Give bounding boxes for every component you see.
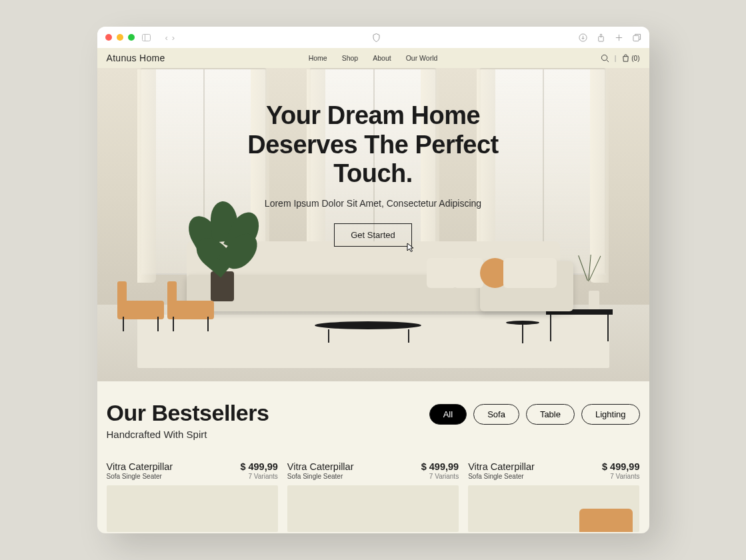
product-name: Vitra Caterpillar: [107, 461, 173, 472]
filter-table[interactable]: Table: [526, 404, 575, 425]
bestsellers-subtitle: Handcrafted With Spirt: [107, 429, 269, 440]
nav-our-world[interactable]: Our World: [406, 54, 438, 62]
nav-home[interactable]: Home: [309, 54, 327, 62]
site-header: Atunus Home Home Shop About Our World | …: [97, 48, 649, 68]
svg-point-5: [601, 55, 607, 60]
hero-subtitle: Lorem Ipsum Dolor Sit Amet, Consectetur …: [97, 198, 649, 209]
header-actions: | (0): [601, 54, 640, 63]
tabs-icon[interactable]: [633, 33, 641, 42]
minimize-window-button[interactable]: [117, 34, 123, 41]
forward-button[interactable]: ›: [172, 33, 175, 43]
product-price: $ 499,99: [602, 461, 639, 472]
nav-shop[interactable]: Shop: [342, 54, 359, 62]
close-window-button[interactable]: [105, 34, 112, 41]
product-image: [468, 485, 639, 532]
product-category: Sofa Single Seater: [107, 473, 173, 480]
filter-all[interactable]: All: [429, 404, 467, 425]
browser-titlebar: ‹ ›: [97, 27, 649, 48]
bag-icon: [621, 54, 630, 63]
hero-content: Your Dream Home Deserves The Perfect Tou…: [97, 101, 649, 247]
separator: |: [615, 55, 617, 62]
product-variants: 7 Variants: [421, 473, 459, 480]
browser-window: ‹ › Atunus Home Home Shop About Our Worl…: [97, 27, 649, 533]
product-variants: 7 Variants: [240, 473, 277, 480]
get-started-button[interactable]: Get Started: [334, 223, 411, 247]
download-icon[interactable]: [579, 33, 587, 42]
cart-count: (0): [631, 55, 639, 62]
svg-line-6: [606, 59, 608, 61]
product-card[interactable]: Vitra Caterpillar Sofa Single Seater $ 4…: [468, 461, 639, 532]
filter-lighting[interactable]: Lighting: [581, 404, 640, 425]
cursor-icon: [406, 242, 417, 253]
product-image: [287, 485, 459, 532]
product-category: Sofa Single Seater: [287, 473, 354, 480]
hero-section: Your Dream Home Deserves The Perfect Tou…: [97, 68, 649, 381]
filter-sofa[interactable]: Sofa: [473, 404, 519, 425]
product-price: $ 499,99: [421, 461, 459, 472]
main-nav: Home Shop About Our World: [309, 54, 438, 62]
sidebar-toggle-icon[interactable]: [140, 34, 153, 41]
back-button[interactable]: ‹: [165, 33, 168, 43]
cart-button[interactable]: (0): [621, 54, 639, 63]
product-image: [107, 485, 278, 532]
product-card[interactable]: Vitra Caterpillar Sofa Single Seater $ 4…: [107, 461, 278, 532]
nav-about[interactable]: About: [373, 54, 391, 62]
bestsellers-section: Our Bestsellers Handcrafted With Spirt A…: [97, 381, 649, 532]
product-name: Vitra Caterpillar: [287, 461, 354, 472]
product-category: Sofa Single Seater: [468, 473, 535, 480]
product-variants: 7 Variants: [602, 473, 639, 480]
filter-group: All Sofa Table Lighting: [429, 404, 640, 425]
share-icon[interactable]: [597, 33, 605, 42]
product-grid: Vitra Caterpillar Sofa Single Seater $ 4…: [107, 461, 640, 532]
maximize-window-button[interactable]: [128, 34, 135, 41]
svg-rect-0: [143, 34, 151, 41]
product-price: $ 499,99: [240, 461, 277, 472]
product-name: Vitra Caterpillar: [468, 461, 535, 472]
shield-icon[interactable]: [370, 33, 383, 42]
search-icon[interactable]: [601, 54, 609, 63]
product-card[interactable]: Vitra Caterpillar Sofa Single Seater $ 4…: [287, 461, 459, 532]
bestsellers-title: Our Bestsellers: [107, 400, 269, 426]
svg-rect-4: [633, 35, 638, 41]
brand-logo[interactable]: Atunus Home: [107, 53, 165, 63]
new-tab-icon[interactable]: [615, 33, 623, 42]
browser-nav-arrows: ‹ ›: [165, 33, 175, 43]
hero-title: Your Dream Home Deserves The Perfect Tou…: [97, 101, 649, 189]
window-controls: [105, 34, 135, 41]
